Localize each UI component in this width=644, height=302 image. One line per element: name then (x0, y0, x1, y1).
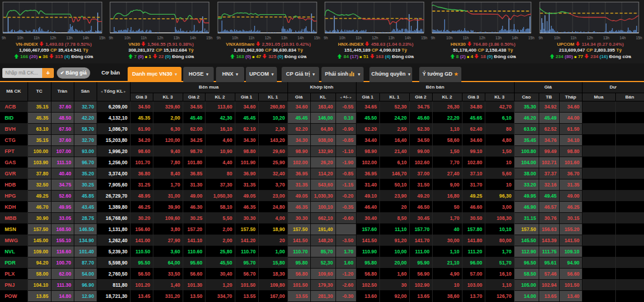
svg-text:11h: 11h (248, 36, 255, 40)
svg-text:9h: 9h (217, 36, 221, 40)
svg-text:15h: 15h (314, 36, 320, 40)
svg-text:13h: 13h (388, 36, 395, 40)
svg-text:9h: 9h (2, 36, 6, 40)
svg-text:12h: 12h (372, 36, 378, 40)
svg-text:13h: 13h (174, 36, 180, 40)
svg-text:13h: 13h (66, 36, 73, 40)
svg-text:15h: 15h (99, 36, 105, 40)
svg-text:12h: 12h (265, 36, 271, 40)
svg-text:11h: 11h (355, 36, 362, 40)
svg-text:13h: 13h (496, 36, 502, 40)
svg-text:15h: 15h (207, 36, 213, 40)
svg-text:14h: 14h (297, 36, 304, 40)
svg-text:11h: 11h (141, 36, 148, 40)
svg-text:15h: 15h (529, 36, 535, 40)
svg-text:10h: 10h (17, 36, 23, 40)
svg-text:11h: 11h (570, 36, 577, 40)
svg-text:10h: 10h (447, 36, 453, 40)
svg-text:15h: 15h (421, 36, 427, 40)
svg-text:14h: 14h (83, 36, 89, 40)
svg-text:14h: 14h (190, 36, 197, 40)
svg-text:9h: 9h (324, 36, 328, 40)
svg-text:9h: 9h (431, 36, 436, 40)
svg-text:13h: 13h (281, 36, 287, 40)
svg-text:10h: 10h (554, 36, 560, 40)
svg-text:12h: 12h (479, 36, 486, 40)
svg-text:12h: 12h (50, 36, 56, 40)
svg-text:12h: 12h (157, 36, 164, 40)
svg-text:11h: 11h (463, 36, 470, 40)
svg-text:12h: 12h (587, 36, 593, 40)
svg-text:15h: 15h (636, 36, 642, 40)
svg-text:13h: 13h (603, 36, 609, 40)
svg-text:9h: 9h (109, 36, 114, 40)
svg-text:9h: 9h (539, 36, 543, 40)
svg-text:11h: 11h (33, 36, 40, 40)
svg-text:14h: 14h (512, 36, 519, 40)
svg-text:14h: 14h (619, 36, 626, 40)
svg-text:10h: 10h (125, 36, 131, 40)
svg-text:10h: 10h (339, 36, 345, 40)
svg-text:10h: 10h (232, 36, 238, 40)
svg-text:14h: 14h (405, 36, 411, 40)
